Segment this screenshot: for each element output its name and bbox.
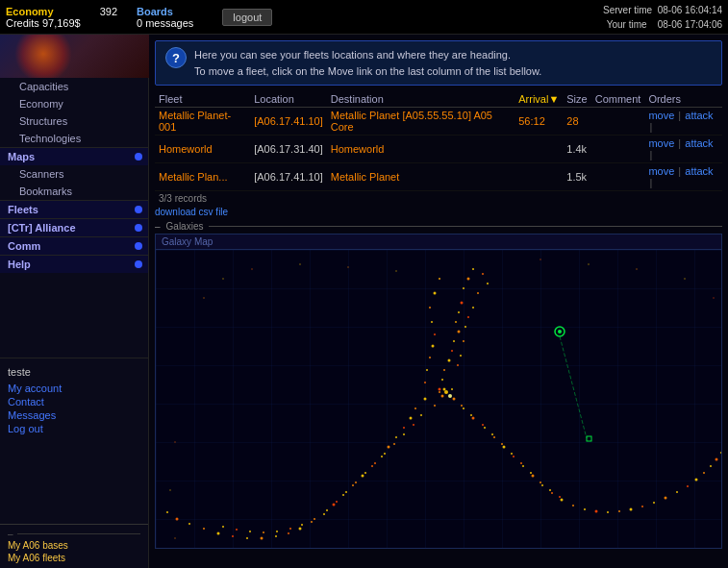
- sidebar-comm-header[interactable]: Comm: [0, 236, 148, 255]
- svg-point-7: [458, 311, 460, 313]
- svg-point-92: [584, 508, 586, 510]
- fleet-arrival-cell: [515, 163, 563, 191]
- svg-point-87: [532, 475, 535, 478]
- svg-point-86: [522, 465, 524, 467]
- svg-point-56: [188, 523, 190, 525]
- galaxies-header: – Galaxies: [155, 221, 722, 232]
- svg-point-35: [414, 407, 416, 409]
- fleet-dest-link[interactable]: Homeworld: [331, 143, 385, 155]
- svg-point-69: [336, 501, 338, 503]
- sidebar-item-technologies[interactable]: Technologies: [0, 130, 148, 147]
- sidebar-item-scanners[interactable]: Scanners: [0, 165, 148, 183]
- sidebar: Capacities Economy Structures Technologi…: [0, 35, 149, 568]
- svg-point-23: [460, 355, 462, 357]
- svg-point-82: [484, 427, 486, 429]
- server-time-label: Server time: [603, 5, 652, 15]
- contact-link[interactable]: Contact: [8, 395, 140, 408]
- sidebar-help-header[interactable]: Help: [0, 255, 148, 273]
- fleet-dest-link[interactable]: Metallic Planet [A05.55.55.10] A05 Core: [331, 110, 492, 133]
- bottom-line1: [17, 533, 140, 534]
- svg-point-65: [374, 462, 376, 464]
- csv-download-link[interactable]: download csv file: [155, 207, 228, 217]
- my-a06-bases-link[interactable]: My A06 bases: [8, 539, 140, 552]
- svg-point-13: [443, 369, 445, 371]
- topbar: Economy Credits 97,169$ 392 Boards 0 mes…: [0, 0, 728, 35]
- th-arrival[interactable]: Arrival▼: [515, 91, 563, 108]
- fleet-table-header: Fleet Location Destination Arrival▼ Size…: [155, 91, 722, 108]
- svg-point-109: [482, 424, 484, 426]
- svg-point-14: [441, 379, 443, 381]
- sidebar-item-structures[interactable]: Structures: [0, 112, 148, 130]
- sidebar-item-bookmarks[interactable]: Bookmarks: [0, 183, 148, 200]
- svg-point-66: [364, 472, 366, 474]
- svg-point-15: [439, 388, 441, 391]
- svg-point-34: [424, 398, 427, 401]
- svg-point-18: [477, 292, 479, 294]
- economy-count: 392: [100, 6, 117, 17]
- fleet-location-cell: [A06.17.31.40]: [250, 136, 327, 163]
- svg-point-75: [263, 531, 264, 533]
- svg-point-95: [618, 510, 620, 512]
- svg-point-57: [176, 518, 179, 521]
- logout-button[interactable]: logout: [222, 9, 272, 26]
- svg-point-46: [323, 513, 325, 515]
- fleet-dest-link[interactable]: Metallic Planet: [331, 171, 400, 183]
- sidebar-fleets-header[interactable]: Fleets: [0, 200, 148, 218]
- sidebar-item-capacities[interactable]: Capacities: [0, 78, 148, 95]
- svg-point-98: [653, 502, 655, 504]
- fleet-name-link[interactable]: Metallic Planet-001: [159, 110, 231, 133]
- svg-point-116: [549, 489, 551, 491]
- svg-point-122: [439, 391, 440, 393]
- svg-point-64: [384, 453, 386, 455]
- svg-point-39: [388, 446, 390, 449]
- move-link-1[interactable]: move: [648, 137, 674, 149]
- bottom-link1-row: –: [8, 529, 140, 539]
- help-dot: [135, 260, 142, 268]
- svg-point-61: [413, 424, 414, 426]
- svg-point-105: [715, 458, 718, 461]
- sidebar-alliance-header[interactable]: [CTr] Alliance: [0, 218, 148, 236]
- svg-point-80: [463, 407, 464, 409]
- svg-point-93: [595, 510, 598, 513]
- svg-point-9: [458, 331, 461, 333]
- svg-point-100: [676, 491, 678, 493]
- my-a06-fleets-link[interactable]: My A06 fleets: [8, 552, 140, 564]
- fleet-name-link[interactable]: Homeworld: [159, 143, 213, 155]
- attack-link-0[interactable]: attack: [685, 110, 713, 121]
- boards-section: Boards 0 messages: [137, 6, 193, 29]
- logout-link[interactable]: Log out: [8, 422, 140, 435]
- fleet-destination-cell: Metallic Planet: [327, 163, 515, 191]
- comm-label: Comm: [8, 240, 40, 252]
- fleet-orders-cell: move | attack |: [644, 163, 722, 191]
- fleets-label: Fleets: [8, 204, 38, 215]
- messages-link[interactable]: Messages: [8, 408, 140, 422]
- fleet-comment-cell: [591, 163, 645, 191]
- svg-point-107: [461, 405, 463, 407]
- move-link-0[interactable]: move: [648, 110, 674, 121]
- svg-point-76: [249, 531, 251, 532]
- alliance-label: [CTr] Alliance: [8, 222, 76, 234]
- svg-point-112: [511, 453, 513, 455]
- user-section: teste My account Contact Messages Log ou…: [0, 358, 148, 439]
- attack-link-1[interactable]: attack: [685, 137, 713, 149]
- svg-point-83: [493, 436, 495, 438]
- svg-point-117: [559, 496, 561, 498]
- svg-point-28: [431, 321, 433, 323]
- galaxy-map-canvas[interactable]: [156, 250, 721, 548]
- svg-point-118: [444, 390, 448, 394]
- svg-point-97: [641, 506, 643, 507]
- move-link-2[interactable]: move: [648, 165, 674, 177]
- galaxies-collapse[interactable]: –: [155, 221, 161, 232]
- sidebar-item-economy[interactable]: Economy: [0, 95, 148, 112]
- attack-link-2[interactable]: attack: [685, 165, 713, 177]
- sidebar-maps-header[interactable]: Maps: [0, 147, 148, 165]
- fleet-name-link[interactable]: Metallic Plan...: [159, 171, 228, 183]
- svg-point-79: [453, 398, 456, 401]
- fleet-location-cell: [A06.17.41.10]: [250, 108, 327, 136]
- comm-dot: [135, 242, 142, 250]
- svg-point-22: [463, 340, 464, 342]
- my-account-link[interactable]: My account: [8, 382, 140, 395]
- svg-point-128: [203, 297, 205, 299]
- fleet-table: Fleet Location Destination Arrival▼ Size…: [155, 91, 722, 191]
- svg-point-71: [314, 518, 315, 520]
